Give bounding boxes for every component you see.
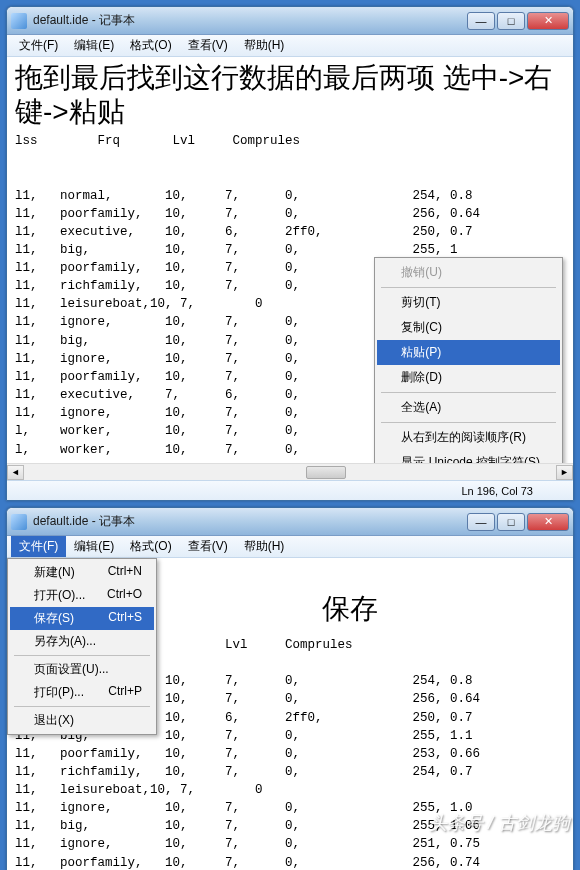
menubar: 文件(F) 编辑(E) 格式(O) 查看(V) 帮助(H) 新建(N)Ctrl+… <box>7 536 573 558</box>
menu-edit[interactable]: 编辑(E) <box>66 35 122 56</box>
file-pagesetup[interactable]: 页面设置(U)... <box>10 658 154 681</box>
ctx-rtl[interactable]: 从右到左的阅读顺序(R) <box>377 425 560 450</box>
close-button[interactable]: ✕ <box>527 12 569 30</box>
ctx-paste[interactable]: 粘贴(P) <box>377 340 560 365</box>
data-row: l1, ignore, 10, 7, 0, 251, 0.75 <box>15 835 565 853</box>
menu-file[interactable]: 文件(F) <box>11 536 66 557</box>
file-exit[interactable]: 退出(X) <box>10 709 154 732</box>
menubar: 文件(F) 编辑(E) 格式(O) 查看(V) 帮助(H) <box>7 35 573 57</box>
file-open[interactable]: 打开(O)...Ctrl+O <box>10 584 154 607</box>
cursor-position: Ln 196, Col 73 <box>461 485 533 497</box>
instruction-text: 拖到最后找到这行数据的最后两项 选中->右键->粘贴 <box>15 61 565 128</box>
ctx-copy[interactable]: 复制(C) <box>377 315 560 340</box>
menu-view[interactable]: 查看(V) <box>180 35 236 56</box>
minimize-button[interactable]: — <box>467 12 495 30</box>
notepad-window-2: default.ide - 记事本 — □ ✕ 文件(F) 编辑(E) 格式(O… <box>6 507 574 870</box>
text-area[interactable]: 拖到最后找到这行数据的最后两项 选中->右键->粘贴 lss Frq Lvl C… <box>7 57 573 463</box>
close-button[interactable]: ✕ <box>527 513 569 531</box>
maximize-button[interactable]: □ <box>497 12 525 30</box>
instruction-text: 保存 <box>135 592 565 626</box>
ctx-show-unicode[interactable]: 显示 Unicode 控制字符(S) <box>377 450 560 463</box>
context-menu: 撤销(U) 剪切(T) 复制(C) 粘贴(P) 删除(D) 全选(A) 从右到左… <box>374 257 563 463</box>
ctx-cut[interactable]: 剪切(T) <box>377 290 560 315</box>
menu-help[interactable]: 帮助(H) <box>236 536 293 557</box>
ctx-delete[interactable]: 删除(D) <box>377 365 560 390</box>
data-row: l1, poorfamily, 10, 7, 0, 256, 0.74 <box>15 854 565 870</box>
header-row: lss Frq Lvl Comprules <box>15 132 565 150</box>
scroll-right-button[interactable]: ► <box>556 465 573 480</box>
file-saveas[interactable]: 另存为(A)... <box>10 630 154 653</box>
app-icon <box>11 514 27 530</box>
scroll-left-button[interactable]: ◄ <box>7 465 24 480</box>
horizontal-scrollbar[interactable]: ◄ ► <box>7 463 573 480</box>
data-row: l1, big, 10, 7, 0, 255, 1.06 <box>15 817 565 835</box>
menu-help[interactable]: 帮助(H) <box>236 35 293 56</box>
maximize-button[interactable]: □ <box>497 513 525 531</box>
notepad-window-1: default.ide - 记事本 — □ ✕ 文件(F) 编辑(E) 格式(O… <box>6 6 574 501</box>
app-icon <box>11 13 27 29</box>
titlebar[interactable]: default.ide - 记事本 — □ ✕ <box>7 508 573 536</box>
data-row: l1, poorfamily, 10, 7, 0, 253, 0.66 <box>15 745 565 763</box>
titlebar[interactable]: default.ide - 记事本 — □ ✕ <box>7 7 573 35</box>
window-title: default.ide - 记事本 <box>33 513 467 530</box>
window-title: default.ide - 记事本 <box>33 12 467 29</box>
file-new[interactable]: 新建(N)Ctrl+N <box>10 561 154 584</box>
menu-format[interactable]: 格式(O) <box>122 536 179 557</box>
data-row: l1, executive, 10, 6, 2ff0, 250, 0.7 <box>15 223 565 241</box>
file-print[interactable]: 打印(P)...Ctrl+P <box>10 681 154 704</box>
data-row: l1, richfamily, 10, 7, 0, 254, 0.7 <box>15 763 565 781</box>
statusbar: Ln 196, Col 73 <box>7 480 573 500</box>
ctx-selectall[interactable]: 全选(A) <box>377 395 560 420</box>
menu-format[interactable]: 格式(O) <box>122 35 179 56</box>
file-save[interactable]: 保存(S)Ctrl+S <box>10 607 154 630</box>
header-row: Lvl Comprules <box>135 636 565 654</box>
data-row: l1, normal, 10, 7, 0, 254, 0.8 <box>15 187 565 205</box>
data-row: l1, leisureboat,10, 7, 0 <box>15 781 565 799</box>
menu-view[interactable]: 查看(V) <box>180 536 236 557</box>
minimize-button[interactable]: — <box>467 513 495 531</box>
file-dropdown: 新建(N)Ctrl+N 打开(O)...Ctrl+O 保存(S)Ctrl+S 另… <box>7 558 157 735</box>
menu-edit[interactable]: 编辑(E) <box>66 536 122 557</box>
data-row: l1, poorfamily, 10, 7, 0, 256, 0.64 <box>15 205 565 223</box>
scroll-thumb[interactable] <box>306 466 346 479</box>
data-row: l1, ignore, 10, 7, 0, 255, 1.0 <box>15 799 565 817</box>
menu-file[interactable]: 文件(F) <box>11 35 66 56</box>
ctx-undo[interactable]: 撤销(U) <box>377 260 560 285</box>
